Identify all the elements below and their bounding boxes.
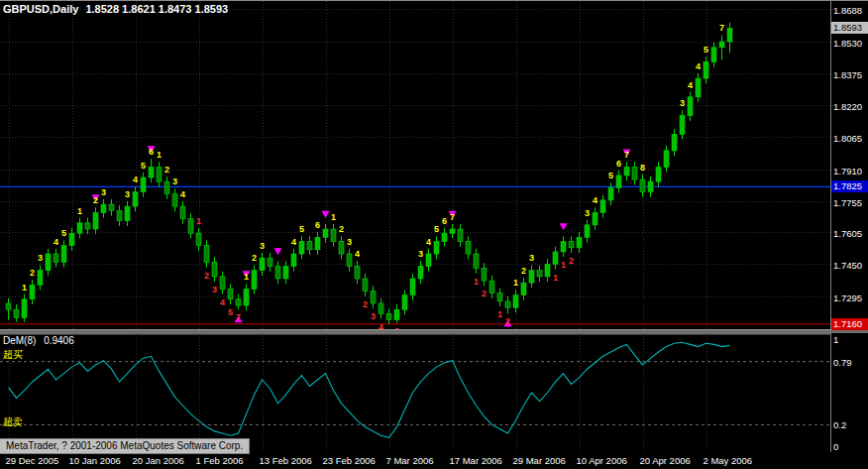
candle [236,294,241,310]
candle-body [228,289,233,298]
count-annotation: 3 [529,253,534,263]
count-annotation: 1 [157,150,162,160]
candle-body [616,176,621,187]
indicator-chart[interactable] [0,333,830,452]
candle [299,236,304,259]
count-annotation: 3 [585,208,590,218]
count-annotation: 4 [180,189,185,199]
candle-body [46,254,51,271]
candle-body [252,271,257,290]
candle-body [418,267,423,279]
candle [402,290,407,314]
metatrader-chart-window: GBPUSD,Daily1.8528 1.8621 1.8473 1.8593 … [0,0,868,469]
count-annotation: 4 [426,237,431,247]
candle [727,23,732,54]
candle-body [466,242,471,254]
indicator-axis[interactable]: 10.790.20 [830,333,868,452]
candle-body [291,254,296,266]
candle-body [727,28,732,42]
count-annotation: 5 [61,228,66,238]
candle [434,236,439,259]
candle-body [402,295,407,310]
candle-body [244,289,249,305]
candle-body [347,254,352,266]
candle-body [93,212,98,229]
candle [133,186,138,211]
candle-body [220,277,225,289]
candle [680,110,685,139]
candle [323,224,328,243]
price-axis-label: 1.8065 [833,133,862,144]
red-level-badge: 1.7160 [831,318,868,330]
candle [640,175,645,197]
date-label: 29 Mar 2006 [513,455,566,466]
count-annotation: 3 [371,311,376,321]
candle [244,284,249,310]
count-annotation: 3 [347,237,352,247]
candle [545,259,550,282]
candle [307,236,312,255]
candle [77,218,82,239]
count-annotation: 7 [719,23,724,33]
candle-body [410,279,415,295]
candle-body [482,269,487,281]
candle [426,249,431,272]
date-label: 23 Feb 2006 [323,455,376,466]
time-axis[interactable]: 29 Dec 200510 Jan 200620 Jan 20061 Feb 2… [0,453,868,469]
count-annotation: 2 [252,253,257,263]
count-annotation: 1 [331,212,336,222]
candle [220,272,225,294]
price-axis-label: 1.8375 [833,69,862,80]
count-annotation: 1 [561,260,566,270]
count-annotation: 1 [474,277,479,287]
candle-body [688,97,693,116]
count-annotation: 3 [38,253,43,263]
candle [466,236,471,259]
candle-body [711,48,716,62]
count-annotation: 1 [196,216,201,226]
candle [149,159,154,182]
count-annotation: 2 [482,289,487,298]
count-annotation: 6 [149,147,154,157]
candle-body [474,254,479,269]
candle [355,261,360,284]
pane-divider[interactable] [0,329,868,335]
count-annotation: 4 [593,195,597,205]
count-annotation: 4 [696,61,701,71]
candle-body [283,267,288,279]
count-annotation: 8 [640,163,645,173]
price-chart[interactable]: 1234512334561234123457123456123423456345… [0,1,830,329]
count-annotation: 3 [418,249,423,259]
candle [164,176,169,199]
candle-body [61,246,66,263]
candle [513,290,518,312]
candle-body [236,299,241,305]
price-axis[interactable]: 1.8593 1.7825 1.7160 1.86881.85301.83751… [830,1,868,329]
price-axis-label: 1.8530 [833,38,862,49]
candle [379,298,383,319]
candle [458,224,463,247]
count-annotation: 4 [133,175,138,184]
date-label: 17 Mar 2006 [450,455,502,466]
candle [371,286,376,308]
candle-body [133,192,138,207]
candle [688,92,693,121]
candle [283,261,288,284]
count-annotation: 4 [688,80,693,90]
candle-body [624,168,629,176]
candle-body [323,229,328,237]
count-annotation: 1 [513,278,518,288]
candle [672,129,677,156]
indicator-value: 0.9406 [44,335,74,346]
count-annotation: 4 [220,297,225,307]
candle-body [640,179,645,191]
candle-body [569,242,574,248]
candle-body [704,61,708,78]
candle-body [434,242,439,254]
candle [46,249,51,276]
candle-body [545,264,550,276]
count-annotation: 7 [624,150,629,160]
candle-body [180,206,185,218]
candle [85,218,90,235]
candle-body [212,262,217,277]
